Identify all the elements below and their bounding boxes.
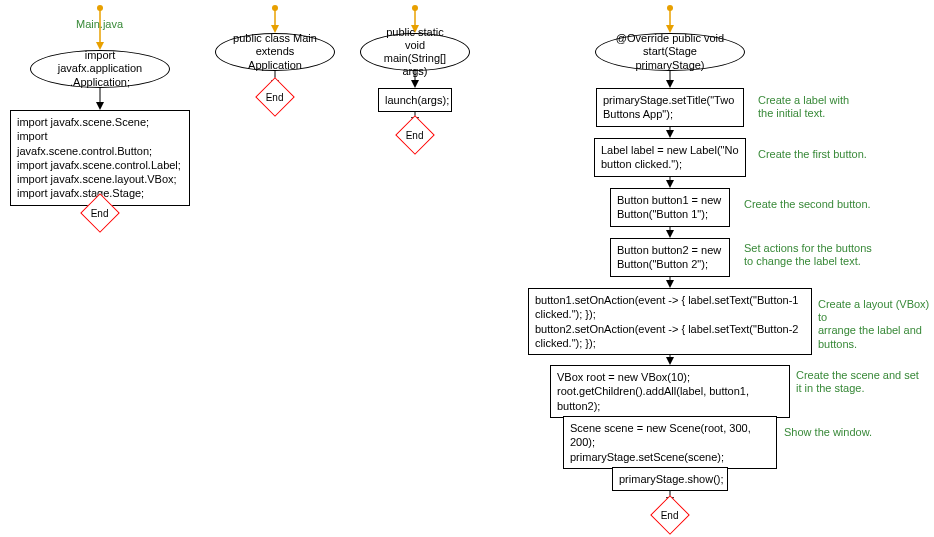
col3-rect: launch(args); [378, 88, 452, 112]
col1-ellipse: import javafx.application .Application; [30, 50, 170, 88]
flowchart-diagram: Main.java import javafx.application .App… [0, 0, 934, 537]
col4-n7: VBox root = new VBox(10); root.getChildr… [550, 365, 790, 418]
svg-point-0 [97, 5, 103, 11]
comment-1: Create a label with the initial text. [758, 94, 849, 120]
comment-7: Show the window. [784, 426, 872, 439]
col4-n9: primaryStage.show(); [612, 467, 728, 491]
col3-ellipse: public static void main(String[] args) [360, 33, 470, 71]
svg-marker-4 [96, 102, 104, 110]
svg-marker-23 [666, 80, 674, 88]
col2-end: End [260, 82, 290, 112]
col1-rect: import javafx.scene.Scene; import javafx… [10, 110, 190, 206]
comment-3: Create the second button. [744, 198, 871, 211]
comment-4: Set actions for the buttons to change th… [744, 242, 872, 268]
comment-5: Create a layout (VBox) to arrange the la… [818, 298, 934, 351]
file-title: Main.java [76, 18, 123, 31]
col4-n6: button1.setOnAction(event -> { label.set… [528, 288, 812, 355]
col4-ellipse: @Override public void start(Stage primar… [595, 33, 745, 71]
svg-marker-16 [411, 80, 419, 88]
svg-point-12 [412, 5, 418, 11]
svg-marker-31 [666, 280, 674, 288]
svg-marker-27 [666, 180, 674, 188]
col3-end: End [400, 120, 430, 150]
col1-end: End [85, 198, 115, 228]
col4-end: End [655, 500, 685, 530]
col4-n2: primaryStage.setTitle("Two Buttons App")… [596, 88, 744, 127]
col2-ellipse: public class Main extends Application [215, 33, 335, 71]
col4-n4: Button button1 = new Button("Button 1"); [610, 188, 730, 227]
svg-marker-25 [666, 130, 674, 138]
col4-n3: Label label = new Label("No button click… [594, 138, 746, 177]
comment-2: Create the first button. [758, 148, 867, 161]
svg-point-7 [272, 5, 278, 11]
col4-n5: Button button2 = new Button("Button 2"); [610, 238, 730, 277]
svg-marker-33 [666, 357, 674, 365]
col4-n8: Scene scene = new Scene(root, 300, 200);… [563, 416, 777, 469]
svg-point-19 [667, 5, 673, 11]
svg-marker-29 [666, 230, 674, 238]
comment-6: Create the scene and set it in the stage… [796, 369, 919, 395]
